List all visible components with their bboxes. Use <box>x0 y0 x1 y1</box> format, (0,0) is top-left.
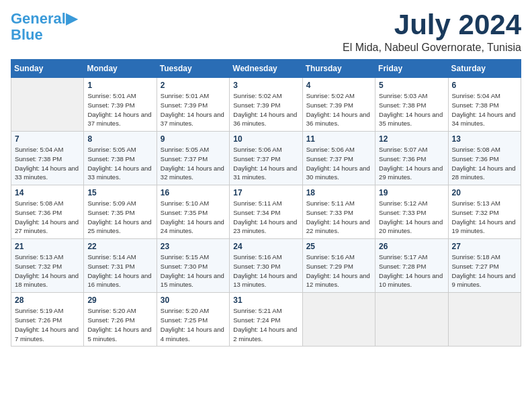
logo-text: General▶ Blue <box>11 11 77 43</box>
calendar-cell: 24 Sunrise: 5:16 AMSunset: 7:30 PMDaylig… <box>230 239 302 293</box>
day-info: Sunrise: 5:12 AMSunset: 7:33 PMDaylight:… <box>379 199 444 236</box>
day-info: Sunrise: 5:11 AMSunset: 7:34 PMDaylight:… <box>233 199 298 236</box>
day-number: 30 <box>161 295 226 305</box>
day-info: Sunrise: 5:15 AMSunset: 7:30 PMDaylight:… <box>161 253 226 289</box>
calendar-cell: 23 Sunrise: 5:15 AMSunset: 7:30 PMDaylig… <box>157 239 229 293</box>
day-info: Sunrise: 5:14 AMSunset: 7:31 PMDaylight:… <box>87 253 152 289</box>
title-block: July 2024 El Mida, Nabeul Governorate, T… <box>343 11 521 54</box>
day-number: 4 <box>306 81 371 90</box>
calendar-cell: 5 Sunrise: 5:03 AMSunset: 7:38 PMDayligh… <box>375 78 448 132</box>
weekday-header-tuesday: Tuesday <box>157 60 229 78</box>
page-header: General▶ Blue July 2024 El Mida, Nabeul … <box>11 11 521 54</box>
calendar-cell: 28 Sunrise: 5:19 AMSunset: 7:26 PMDaylig… <box>11 293 84 347</box>
weekday-header-wednesday: Wednesday <box>230 60 302 78</box>
day-info: Sunrise: 5:16 AMSunset: 7:29 PMDaylight:… <box>306 253 371 289</box>
day-number: 2 <box>161 81 226 90</box>
day-number: 10 <box>233 134 298 144</box>
day-number: 7 <box>15 134 80 144</box>
day-info: Sunrise: 5:03 AMSunset: 7:38 PMDaylight:… <box>379 91 444 128</box>
day-info: Sunrise: 5:17 AMSunset: 7:28 PMDaylight:… <box>379 253 444 289</box>
day-info: Sunrise: 5:05 AMSunset: 7:37 PMDaylight:… <box>161 145 226 182</box>
day-info: Sunrise: 5:21 AMSunset: 7:24 PMDaylight:… <box>233 306 298 343</box>
day-number: 6 <box>452 81 517 90</box>
logo-blue-text: Blue <box>11 26 43 43</box>
day-info: Sunrise: 5:20 AMSunset: 7:26 PMDaylight:… <box>87 306 152 343</box>
weekday-header-row: SundayMondayTuesdayWednesdayThursdayFrid… <box>11 60 521 78</box>
day-info: Sunrise: 5:01 AMSunset: 7:39 PMDaylight:… <box>161 91 226 128</box>
calendar-cell: 7 Sunrise: 5:04 AMSunset: 7:38 PMDayligh… <box>11 132 84 185</box>
calendar-cell: 12 Sunrise: 5:07 AMSunset: 7:36 PMDaylig… <box>375 132 448 185</box>
calendar-cell: 16 Sunrise: 5:10 AMSunset: 7:35 PMDaylig… <box>157 185 229 239</box>
calendar-cell: 17 Sunrise: 5:11 AMSunset: 7:34 PMDaylig… <box>230 185 302 239</box>
calendar-week-row: 28 Sunrise: 5:19 AMSunset: 7:26 PMDaylig… <box>11 293 521 347</box>
calendar-cell: 22 Sunrise: 5:14 AMSunset: 7:31 PMDaylig… <box>84 239 157 293</box>
logo-general: General <box>11 10 66 27</box>
calendar-cell: 13 Sunrise: 5:08 AMSunset: 7:36 PMDaylig… <box>448 132 521 185</box>
calendar-body: 1 Sunrise: 5:01 AMSunset: 7:39 PMDayligh… <box>11 78 521 347</box>
calendar-cell <box>448 293 521 347</box>
day-number: 26 <box>379 242 444 251</box>
calendar-cell: 30 Sunrise: 5:20 AMSunset: 7:25 PMDaylig… <box>157 293 229 347</box>
day-number: 20 <box>452 188 517 197</box>
calendar-cell: 31 Sunrise: 5:21 AMSunset: 7:24 PMDaylig… <box>230 293 302 347</box>
weekday-header-sunday: Sunday <box>11 60 84 78</box>
day-number: 22 <box>87 242 152 251</box>
day-number: 29 <box>87 295 152 305</box>
calendar-cell: 20 Sunrise: 5:13 AMSunset: 7:32 PMDaylig… <box>448 185 521 239</box>
calendar-week-row: 1 Sunrise: 5:01 AMSunset: 7:39 PMDayligh… <box>11 78 521 132</box>
weekday-header-thursday: Thursday <box>302 60 375 78</box>
day-info: Sunrise: 5:20 AMSunset: 7:25 PMDaylight:… <box>161 306 226 343</box>
calendar-cell: 15 Sunrise: 5:09 AMSunset: 7:35 PMDaylig… <box>84 185 157 239</box>
day-number: 14 <box>15 188 80 197</box>
day-number: 31 <box>233 295 298 305</box>
day-info: Sunrise: 5:16 AMSunset: 7:30 PMDaylight:… <box>233 253 298 289</box>
calendar-cell: 1 Sunrise: 5:01 AMSunset: 7:39 PMDayligh… <box>84 78 157 132</box>
day-info: Sunrise: 5:18 AMSunset: 7:27 PMDaylight:… <box>452 253 517 289</box>
weekday-header-monday: Monday <box>84 60 157 78</box>
weekday-header-friday: Friday <box>375 60 448 78</box>
calendar-cell: 6 Sunrise: 5:04 AMSunset: 7:38 PMDayligh… <box>448 78 521 132</box>
calendar-week-row: 14 Sunrise: 5:08 AMSunset: 7:36 PMDaylig… <box>11 185 521 239</box>
day-number: 19 <box>379 188 444 197</box>
calendar-cell <box>302 293 375 347</box>
day-info: Sunrise: 5:08 AMSunset: 7:36 PMDaylight:… <box>15 199 80 236</box>
day-info: Sunrise: 5:08 AMSunset: 7:36 PMDaylight:… <box>452 145 517 182</box>
day-info: Sunrise: 5:05 AMSunset: 7:38 PMDaylight:… <box>87 145 152 182</box>
calendar-table: SundayMondayTuesdayWednesdayThursdayFrid… <box>11 59 521 347</box>
calendar-cell <box>375 293 448 347</box>
calendar-cell: 18 Sunrise: 5:11 AMSunset: 7:33 PMDaylig… <box>302 185 375 239</box>
day-info: Sunrise: 5:19 AMSunset: 7:26 PMDaylight:… <box>15 306 80 343</box>
day-number: 1 <box>87 81 152 90</box>
calendar-cell: 29 Sunrise: 5:20 AMSunset: 7:26 PMDaylig… <box>84 293 157 347</box>
calendar-cell: 11 Sunrise: 5:06 AMSunset: 7:37 PMDaylig… <box>302 132 375 185</box>
day-number: 28 <box>15 295 80 305</box>
calendar-cell: 19 Sunrise: 5:12 AMSunset: 7:33 PMDaylig… <box>375 185 448 239</box>
day-info: Sunrise: 5:10 AMSunset: 7:35 PMDaylight:… <box>161 199 226 236</box>
calendar-cell: 3 Sunrise: 5:02 AMSunset: 7:39 PMDayligh… <box>230 78 302 132</box>
calendar-cell <box>11 78 84 132</box>
day-number: 12 <box>379 134 444 144</box>
calendar-cell: 14 Sunrise: 5:08 AMSunset: 7:36 PMDaylig… <box>11 185 84 239</box>
day-number: 5 <box>379 81 444 90</box>
day-number: 27 <box>452 242 517 251</box>
logo: General▶ Blue <box>11 11 77 43</box>
day-info: Sunrise: 5:06 AMSunset: 7:37 PMDaylight:… <box>233 145 298 182</box>
day-info: Sunrise: 5:11 AMSunset: 7:33 PMDaylight:… <box>306 199 371 236</box>
calendar-week-row: 21 Sunrise: 5:13 AMSunset: 7:32 PMDaylig… <box>11 239 521 293</box>
day-number: 15 <box>87 188 152 197</box>
calendar-cell: 8 Sunrise: 5:05 AMSunset: 7:38 PMDayligh… <box>84 132 157 185</box>
day-info: Sunrise: 5:13 AMSunset: 7:32 PMDaylight:… <box>15 253 80 289</box>
day-number: 24 <box>233 242 298 251</box>
day-number: 17 <box>233 188 298 197</box>
day-info: Sunrise: 5:02 AMSunset: 7:39 PMDaylight:… <box>233 91 298 128</box>
calendar-cell: 27 Sunrise: 5:18 AMSunset: 7:27 PMDaylig… <box>448 239 521 293</box>
calendar-week-row: 7 Sunrise: 5:04 AMSunset: 7:38 PMDayligh… <box>11 132 521 185</box>
calendar-cell: 2 Sunrise: 5:01 AMSunset: 7:39 PMDayligh… <box>157 78 229 132</box>
day-number: 8 <box>87 134 152 144</box>
day-info: Sunrise: 5:04 AMSunset: 7:38 PMDaylight:… <box>15 145 80 182</box>
calendar-cell: 10 Sunrise: 5:06 AMSunset: 7:37 PMDaylig… <box>230 132 302 185</box>
day-number: 21 <box>15 242 80 251</box>
month-year: July 2024 <box>343 11 521 39</box>
day-info: Sunrise: 5:01 AMSunset: 7:39 PMDaylight:… <box>87 91 152 128</box>
weekday-header-saturday: Saturday <box>448 60 521 78</box>
